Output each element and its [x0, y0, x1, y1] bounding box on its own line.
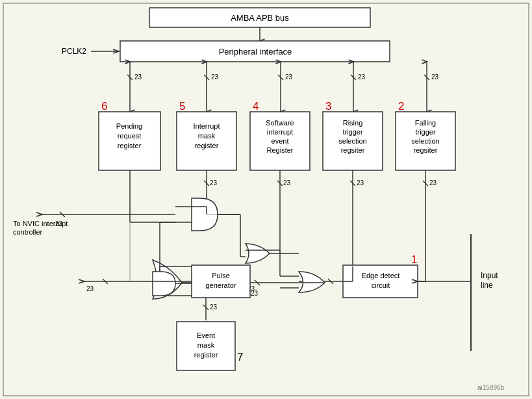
- svg-text:register: register: [194, 351, 218, 359]
- diagram: AMBA APB bus Peripheral interface PCLK2 …: [0, 0, 532, 399]
- svg-text:Register: Register: [267, 146, 294, 154]
- svg-text:selection: selection: [338, 137, 366, 145]
- svg-text:regsiter: regsiter: [341, 146, 365, 154]
- svg-text:23: 23: [429, 179, 437, 187]
- svg-text:Interrupt: Interrupt: [194, 122, 220, 130]
- svg-text:Pending: Pending: [116, 122, 142, 130]
- svg-text:PCLK2: PCLK2: [62, 47, 86, 56]
- svg-text:To NVIC interrupt: To NVIC interrupt: [13, 220, 68, 227]
- svg-text:23: 23: [134, 73, 142, 81]
- svg-text:7: 7: [237, 351, 243, 363]
- svg-text:Peripheral interface: Peripheral interface: [219, 47, 292, 57]
- svg-text:Edge detect: Edge detect: [362, 272, 400, 279]
- svg-text:23: 23: [251, 290, 259, 297]
- circuit-diagram: AMBA APB bus Peripheral interface PCLK2 …: [0, 0, 532, 399]
- svg-text:6: 6: [101, 100, 107, 112]
- svg-text:23: 23: [210, 303, 218, 311]
- svg-text:23: 23: [285, 73, 293, 81]
- svg-text:Falling: Falling: [415, 119, 436, 127]
- svg-text:3: 3: [325, 100, 331, 112]
- svg-text:23: 23: [86, 285, 94, 292]
- svg-text:23: 23: [283, 179, 291, 187]
- svg-text:2: 2: [398, 100, 404, 112]
- svg-text:trigger: trigger: [415, 128, 436, 136]
- svg-text:23: 23: [357, 179, 364, 187]
- svg-text:23: 23: [358, 73, 366, 81]
- svg-text:mask: mask: [197, 341, 215, 349]
- svg-text:circuit: circuit: [372, 281, 390, 289]
- svg-text:selection: selection: [411, 137, 439, 145]
- svg-text:Software: Software: [266, 119, 294, 127]
- svg-text:register: register: [195, 142, 219, 149]
- svg-text:line: line: [481, 281, 493, 290]
- svg-rect-29: [177, 112, 236, 170]
- svg-text:Pulse: Pulse: [212, 272, 230, 279]
- svg-text:1: 1: [411, 253, 417, 266]
- svg-text:register: register: [118, 142, 142, 149]
- svg-text:event: event: [272, 137, 289, 145]
- svg-text:generator: generator: [205, 281, 236, 289]
- svg-text:Rising: Rising: [343, 119, 363, 127]
- svg-text:request: request: [118, 132, 142, 140]
- svg-text:AMBA APB bus: AMBA APB bus: [231, 13, 289, 23]
- svg-text:controller: controller: [13, 228, 43, 236]
- svg-text:ai15896b: ai15896b: [477, 384, 505, 391]
- svg-text:23: 23: [210, 179, 218, 187]
- svg-text:interrupt: interrupt: [267, 128, 293, 136]
- svg-text:trigger: trigger: [342, 128, 363, 136]
- svg-text:Input: Input: [481, 271, 498, 280]
- svg-text:5: 5: [179, 100, 185, 112]
- svg-text:regsiter: regsiter: [414, 146, 438, 154]
- svg-text:23: 23: [431, 73, 439, 81]
- svg-text:4: 4: [253, 100, 259, 112]
- svg-rect-24: [99, 112, 160, 170]
- svg-text:Event: Event: [197, 331, 215, 339]
- svg-text:23: 23: [211, 73, 219, 81]
- svg-text:mask: mask: [198, 132, 216, 140]
